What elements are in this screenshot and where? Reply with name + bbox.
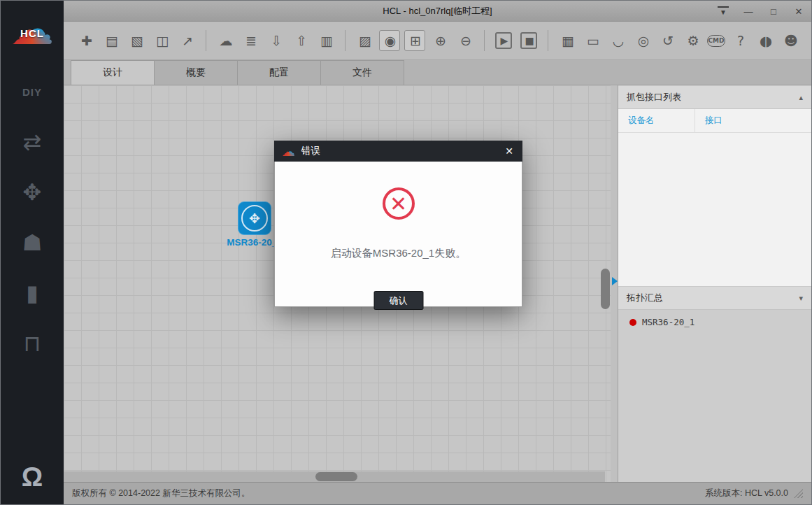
device-stack-button[interactable]: ≣ — [240, 30, 261, 51]
toolbar-button-icon: ▶ — [501, 35, 507, 46]
toolbar-button-icon: ↺ — [662, 33, 672, 48]
topology-summary-header: 拓扑汇总 ▾ — [618, 286, 811, 310]
tab-files[interactable]: 文件 — [320, 60, 404, 85]
toolbar-button-icon: ≣ — [245, 33, 255, 48]
export-canvas-button[interactable]: ↗ — [176, 30, 197, 51]
maximize-icon[interactable]: □ — [768, 6, 779, 17]
pin-menu-icon[interactable]: ▼ — [718, 6, 729, 16]
toolbar-button-icon: ■ — [525, 35, 532, 46]
toolbar-button-icon: ⊖ — [460, 33, 470, 48]
sidebar-item-firewall[interactable]: ☗ — [16, 227, 48, 258]
toolbar-button-icon: ☁ — [220, 33, 232, 48]
view-tab-bar: 设计 概要 配置 文件 — [64, 60, 811, 85]
sidebar-item-server[interactable]: ▮ — [16, 278, 48, 308]
toolbar-separator — [345, 30, 346, 51]
copyright-text: 版权所有 © 2014-2022 新华三技术有限公司。 — [72, 488, 250, 499]
new-topology-button[interactable]: ✚ — [76, 30, 97, 51]
open-topology-button[interactable]: ▤ — [101, 30, 122, 51]
tab-design[interactable]: 设计 — [71, 60, 155, 85]
sidebar-item-diy[interactable]: DIY — [16, 76, 48, 107]
column-interface: 接口 — [695, 109, 722, 132]
sidebar-item-icon: ⇄ — [23, 129, 42, 155]
toolbar-button-icon: ↗ — [182, 33, 192, 48]
title-bar: HCL - hcl_0n7rlq[临时工程] ▼ — □ ✕ — [64, 1, 811, 22]
toolbar-button-icon: ⇧ — [296, 33, 306, 48]
device-category-sidebar: ☁ HCL DIY ⇄ ✥ ☗ — [1, 1, 64, 504]
add-curve-button[interactable]: ◡ — [607, 30, 628, 51]
sidebar-item-terminal[interactable]: ⊓ — [16, 328, 48, 359]
error-dialog-title: 错误 — [301, 145, 320, 157]
close-icon[interactable]: ✕ — [793, 6, 804, 17]
zoom-in-button[interactable]: ⊕ — [429, 30, 450, 51]
window-title: HCL - hcl_0n7rlq[临时工程] — [64, 5, 811, 17]
topology-summary-body: MSR36-20_1 — [618, 310, 811, 482]
device-label-toggle-button[interactable]: ◉ — [379, 30, 400, 51]
snapshot-button[interactable]: ◎ — [632, 30, 653, 51]
resize-grip[interactable] — [794, 489, 803, 498]
zoom-out-button[interactable]: ⊖ — [455, 30, 476, 51]
toolbar-button-icon: ▨ — [359, 33, 370, 48]
topology-device-item[interactable]: MSR36-20_1 — [618, 315, 811, 329]
toolbar-button-icon: ⊕ — [435, 33, 445, 48]
vertical-scrollbar-thumb[interactable] — [601, 269, 610, 309]
user-account-button[interactable]: Ω — [16, 461, 48, 493]
toolbar-button-icon: ◎ — [638, 33, 648, 48]
toolbar-button-icon: ▦ — [562, 33, 573, 48]
toolbar-button-icon: ◉ — [385, 33, 395, 48]
sidebar-item-router[interactable]: ✥ — [16, 177, 48, 208]
capture-list-column-headers: 设备名 接口 — [618, 109, 811, 133]
device-status-dot — [629, 319, 636, 326]
reset-layout-button[interactable]: ↺ — [657, 30, 678, 51]
minimize-icon[interactable]: — — [743, 6, 754, 17]
collapse-section-icon[interactable]: ▴ — [799, 95, 803, 100]
toolbar-button-icon: ◖◗ — [760, 33, 771, 48]
toolbar-separator — [206, 30, 206, 51]
export-project-button[interactable]: ⇧ — [290, 30, 311, 51]
recent-topology-button[interactable]: ▧ — [126, 30, 147, 51]
panel-splitter[interactable] — [611, 85, 618, 482]
save-topology-button[interactable]: ◫ — [151, 30, 172, 51]
wechat-button[interactable]: ◖◗ — [755, 30, 776, 51]
background-toggle-button[interactable]: ▨ — [354, 30, 375, 51]
horizontal-scrollbar-thumb[interactable] — [315, 472, 357, 481]
toolbar-button-icon: ▥ — [320, 33, 332, 48]
import-project-button[interactable]: ⇩ — [265, 30, 286, 51]
sidebar-item-icon: ⊓ — [24, 330, 41, 357]
cmd-console-button[interactable]: CMD — [707, 35, 725, 47]
stop-all-devices-button[interactable]: ■ — [520, 32, 537, 49]
help-button[interactable]: ? — [729, 30, 750, 51]
error-dialog-titlebar: ☁ 错误 ✕ — [274, 141, 522, 162]
cloud-project-button[interactable]: ☁ — [215, 30, 236, 51]
sidebar-item-icon: ✥ — [23, 179, 42, 206]
hcl-cloud-icon: ☁ — [282, 145, 295, 158]
router-device-icon: ✥ — [241, 205, 268, 232]
toolbar-separator — [548, 30, 548, 51]
tab-label: 概要 — [186, 66, 206, 79]
expand-panel-arrow-icon[interactable] — [612, 277, 618, 285]
toolbar-button-icon: ? — [737, 33, 743, 48]
capture-list-title: 抓包接口列表 — [627, 91, 681, 104]
window-controls: ▼ — □ ✕ — [718, 1, 804, 22]
toolbar-button-icon: CMD — [708, 37, 724, 44]
status-bar: 版权所有 © 2014-2022 新华三技术有限公司。 系统版本: HCL v5… — [64, 482, 811, 504]
sidebar-item-switch[interactable]: ⇄ — [16, 127, 48, 157]
topology-summary-title: 拓扑汇总 — [627, 292, 663, 304]
device-node-msr36-20[interactable]: ✥ — [238, 201, 271, 235]
start-all-devices-button[interactable]: ▶ — [495, 32, 512, 49]
feedback-button[interactable]: ☻ — [780, 30, 801, 51]
add-rectangle-button[interactable]: ▭ — [582, 30, 603, 51]
toolbar-button-icon: ▤ — [106, 33, 117, 48]
dialog-close-icon[interactable]: ✕ — [504, 145, 515, 157]
sidebar-item-icon: ☗ — [22, 229, 43, 256]
error-message: 启动设备MSR36-20_1失败。 — [275, 247, 522, 260]
grid-align-button[interactable]: ⊞ — [404, 30, 425, 51]
confirm-button[interactable]: 确认 — [373, 291, 423, 310]
collapse-section-icon[interactable]: ▾ — [799, 296, 803, 301]
tab-summary[interactable]: 概要 — [154, 60, 238, 85]
error-dialog-body: ✕ 启动设备MSR36-20_1失败。 确认 — [274, 162, 522, 307]
operation-log-button[interactable]: ▥ — [315, 30, 336, 51]
settings-button[interactable]: ⚙ — [682, 30, 703, 51]
tab-config[interactable]: 配置 — [237, 60, 321, 85]
capture-list-body[interactable] — [618, 133, 811, 286]
add-remark-button[interactable]: ▦ — [557, 30, 578, 51]
